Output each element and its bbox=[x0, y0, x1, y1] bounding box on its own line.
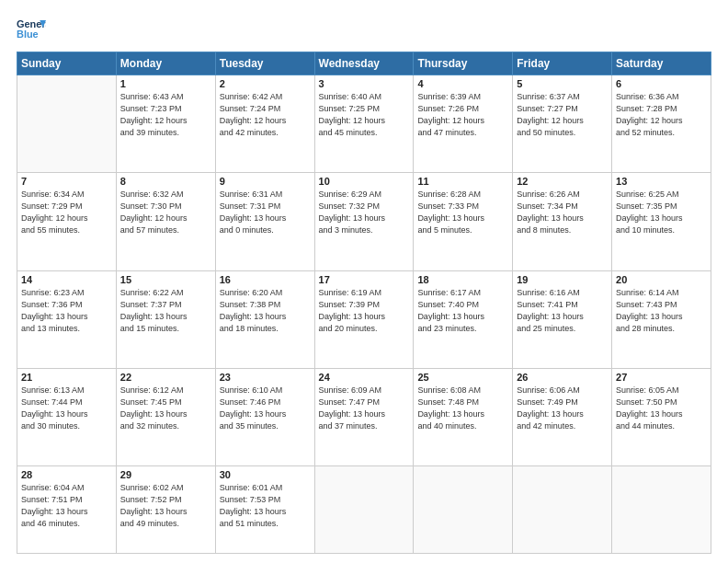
day-number: 7 bbox=[21, 176, 112, 187]
calendar-cell: 30Sunrise: 6:01 AMSunset: 7:53 PMDayligh… bbox=[215, 466, 314, 554]
day-info: Sunrise: 6:36 AMSunset: 7:28 PMDaylight:… bbox=[616, 91, 707, 139]
calendar-cell: 12Sunrise: 6:26 AMSunset: 7:34 PMDayligh… bbox=[513, 173, 612, 270]
day-number: 19 bbox=[517, 274, 608, 285]
calendar-cell: 3Sunrise: 6:40 AMSunset: 7:25 PMDaylight… bbox=[314, 75, 414, 173]
weekday-header-row: SundayMondayTuesdayWednesdayThursdayFrid… bbox=[17, 52, 711, 75]
calendar-cell: 26Sunrise: 6:06 AMSunset: 7:49 PMDayligh… bbox=[513, 368, 612, 465]
day-number: 14 bbox=[21, 274, 112, 285]
calendar-cell: 16Sunrise: 6:20 AMSunset: 7:38 PMDayligh… bbox=[215, 270, 314, 368]
calendar-cell: 25Sunrise: 6:08 AMSunset: 7:48 PMDayligh… bbox=[414, 368, 513, 465]
day-info: Sunrise: 6:13 AMSunset: 7:44 PMDaylight:… bbox=[21, 385, 112, 432]
week-row-5: 28Sunrise: 6:04 AMSunset: 7:51 PMDayligh… bbox=[17, 466, 711, 554]
calendar-cell: 1Sunrise: 6:43 AMSunset: 7:23 PMDaylight… bbox=[116, 75, 215, 173]
day-number: 16 bbox=[220, 274, 311, 285]
day-info: Sunrise: 6:04 AMSunset: 7:51 PMDaylight:… bbox=[21, 482, 112, 530]
calendar-cell bbox=[17, 75, 117, 173]
day-info: Sunrise: 6:06 AMSunset: 7:49 PMDaylight:… bbox=[517, 385, 608, 432]
day-info: Sunrise: 6:09 AMSunset: 7:47 PMDaylight:… bbox=[319, 385, 410, 432]
calendar-cell: 5Sunrise: 6:37 AMSunset: 7:27 PMDaylight… bbox=[513, 75, 612, 173]
calendar-cell: 15Sunrise: 6:22 AMSunset: 7:37 PMDayligh… bbox=[116, 270, 215, 368]
calendar-cell: 27Sunrise: 6:05 AMSunset: 7:50 PMDayligh… bbox=[612, 368, 711, 465]
calendar-cell bbox=[612, 466, 711, 554]
day-number: 4 bbox=[417, 78, 508, 89]
day-number: 20 bbox=[616, 274, 707, 285]
day-info: Sunrise: 6:05 AMSunset: 7:50 PMDaylight:… bbox=[616, 385, 707, 432]
day-number: 1 bbox=[120, 78, 211, 89]
calendar-cell: 4Sunrise: 6:39 AMSunset: 7:26 PMDaylight… bbox=[414, 75, 513, 173]
day-info: Sunrise: 6:26 AMSunset: 7:34 PMDaylight:… bbox=[517, 189, 608, 236]
calendar-cell: 28Sunrise: 6:04 AMSunset: 7:51 PMDayligh… bbox=[17, 466, 117, 554]
day-number: 23 bbox=[220, 372, 311, 383]
day-info: Sunrise: 6:37 AMSunset: 7:27 PMDaylight:… bbox=[517, 91, 608, 139]
svg-text:Blue: Blue bbox=[17, 29, 39, 40]
day-number: 2 bbox=[220, 78, 311, 89]
day-info: Sunrise: 6:43 AMSunset: 7:23 PMDaylight:… bbox=[120, 91, 211, 139]
day-info: Sunrise: 6:32 AMSunset: 7:30 PMDaylight:… bbox=[120, 189, 211, 236]
day-number: 21 bbox=[21, 372, 112, 383]
day-number: 15 bbox=[120, 274, 211, 285]
logo-icon: General Blue bbox=[17, 17, 46, 42]
day-number: 5 bbox=[517, 78, 608, 89]
day-info: Sunrise: 6:25 AMSunset: 7:35 PMDaylight:… bbox=[616, 189, 707, 236]
page: General Blue SundayMondayTuesdayWednesda… bbox=[0, 0, 728, 563]
header: General Blue bbox=[17, 17, 711, 42]
weekday-header-thursday: Thursday bbox=[414, 52, 513, 75]
day-number: 17 bbox=[319, 274, 410, 285]
weekday-header-wednesday: Wednesday bbox=[314, 52, 414, 75]
calendar-cell: 21Sunrise: 6:13 AMSunset: 7:44 PMDayligh… bbox=[17, 368, 117, 465]
calendar-cell: 29Sunrise: 6:02 AMSunset: 7:52 PMDayligh… bbox=[116, 466, 215, 554]
calendar-cell: 22Sunrise: 6:12 AMSunset: 7:45 PMDayligh… bbox=[116, 368, 215, 465]
calendar-cell: 20Sunrise: 6:14 AMSunset: 7:43 PMDayligh… bbox=[612, 270, 711, 368]
weekday-header-friday: Friday bbox=[513, 52, 612, 75]
week-row-4: 21Sunrise: 6:13 AMSunset: 7:44 PMDayligh… bbox=[17, 368, 711, 465]
day-number: 28 bbox=[21, 469, 112, 480]
day-info: Sunrise: 6:39 AMSunset: 7:26 PMDaylight:… bbox=[417, 91, 508, 139]
calendar-cell: 14Sunrise: 6:23 AMSunset: 7:36 PMDayligh… bbox=[17, 270, 117, 368]
weekday-header-sunday: Sunday bbox=[17, 52, 117, 75]
week-row-2: 7Sunrise: 6:34 AMSunset: 7:29 PMDaylight… bbox=[17, 173, 711, 270]
day-info: Sunrise: 6:14 AMSunset: 7:43 PMDaylight:… bbox=[616, 287, 707, 335]
calendar-cell: 2Sunrise: 6:42 AMSunset: 7:24 PMDaylight… bbox=[215, 75, 314, 173]
day-info: Sunrise: 6:12 AMSunset: 7:45 PMDaylight:… bbox=[120, 385, 211, 432]
day-number: 10 bbox=[319, 176, 410, 187]
day-number: 29 bbox=[120, 469, 211, 480]
calendar-cell bbox=[314, 466, 414, 554]
calendar-cell: 8Sunrise: 6:32 AMSunset: 7:30 PMDaylight… bbox=[116, 173, 215, 270]
day-number: 22 bbox=[120, 372, 211, 383]
logo: General Blue bbox=[17, 17, 48, 42]
day-info: Sunrise: 6:29 AMSunset: 7:32 PMDaylight:… bbox=[319, 189, 410, 236]
calendar-cell: 9Sunrise: 6:31 AMSunset: 7:31 PMDaylight… bbox=[215, 173, 314, 270]
day-number: 13 bbox=[616, 176, 707, 187]
calendar-cell: 19Sunrise: 6:16 AMSunset: 7:41 PMDayligh… bbox=[513, 270, 612, 368]
day-info: Sunrise: 6:19 AMSunset: 7:39 PMDaylight:… bbox=[319, 287, 410, 335]
day-info: Sunrise: 6:08 AMSunset: 7:48 PMDaylight:… bbox=[417, 385, 508, 432]
day-number: 9 bbox=[220, 176, 311, 187]
day-number: 3 bbox=[319, 78, 410, 89]
day-number: 11 bbox=[417, 176, 508, 187]
day-number: 6 bbox=[616, 78, 707, 89]
calendar-cell: 7Sunrise: 6:34 AMSunset: 7:29 PMDaylight… bbox=[17, 173, 117, 270]
day-info: Sunrise: 6:22 AMSunset: 7:37 PMDaylight:… bbox=[120, 287, 211, 335]
calendar-cell bbox=[513, 466, 612, 554]
day-number: 8 bbox=[120, 176, 211, 187]
day-info: Sunrise: 6:23 AMSunset: 7:36 PMDaylight:… bbox=[21, 287, 112, 335]
day-info: Sunrise: 6:02 AMSunset: 7:52 PMDaylight:… bbox=[120, 482, 211, 530]
day-info: Sunrise: 6:17 AMSunset: 7:40 PMDaylight:… bbox=[417, 287, 508, 335]
day-info: Sunrise: 6:31 AMSunset: 7:31 PMDaylight:… bbox=[220, 189, 311, 236]
weekday-header-monday: Monday bbox=[116, 52, 215, 75]
day-info: Sunrise: 6:42 AMSunset: 7:24 PMDaylight:… bbox=[220, 91, 311, 139]
day-info: Sunrise: 6:01 AMSunset: 7:53 PMDaylight:… bbox=[220, 482, 311, 530]
day-number: 30 bbox=[220, 469, 311, 480]
calendar-cell: 11Sunrise: 6:28 AMSunset: 7:33 PMDayligh… bbox=[414, 173, 513, 270]
calendar-table: SundayMondayTuesdayWednesdayThursdayFrid… bbox=[17, 52, 711, 554]
week-row-3: 14Sunrise: 6:23 AMSunset: 7:36 PMDayligh… bbox=[17, 270, 711, 368]
calendar-cell bbox=[414, 466, 513, 554]
day-info: Sunrise: 6:16 AMSunset: 7:41 PMDaylight:… bbox=[517, 287, 608, 335]
week-row-1: 1Sunrise: 6:43 AMSunset: 7:23 PMDaylight… bbox=[17, 75, 711, 173]
day-number: 18 bbox=[417, 274, 508, 285]
calendar-cell: 17Sunrise: 6:19 AMSunset: 7:39 PMDayligh… bbox=[314, 270, 414, 368]
day-number: 27 bbox=[616, 372, 707, 383]
day-number: 24 bbox=[319, 372, 410, 383]
calendar-cell: 23Sunrise: 6:10 AMSunset: 7:46 PMDayligh… bbox=[215, 368, 314, 465]
calendar-cell: 10Sunrise: 6:29 AMSunset: 7:32 PMDayligh… bbox=[314, 173, 414, 270]
